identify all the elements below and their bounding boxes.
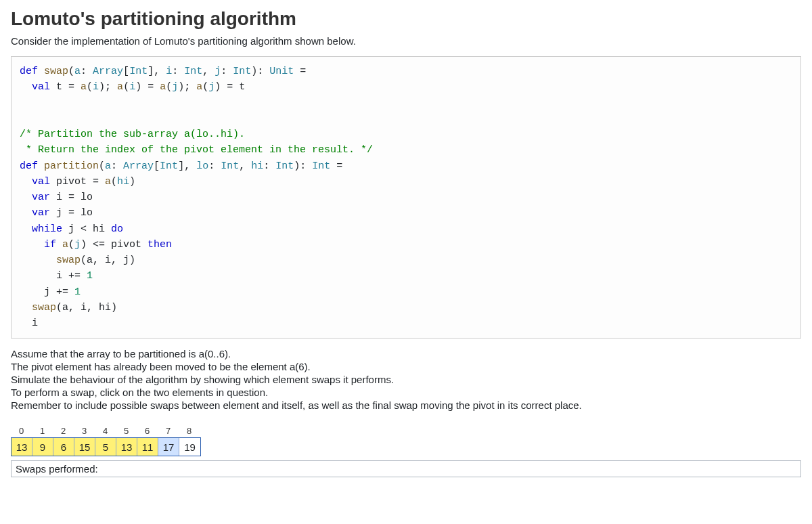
array-cell[interactable]: 11 (137, 438, 158, 456)
instruction-line: Remember to include possible swaps betwe… (11, 399, 801, 411)
swaps-label: Swaps performed: (16, 463, 98, 475)
array-cell[interactable]: 6 (53, 438, 74, 456)
array-index: 0 (11, 426, 32, 437)
array-index: 7 (158, 426, 179, 437)
instructions-block: Assume that the array to be partitioned … (11, 348, 801, 411)
array-cell[interactable]: 15 (74, 438, 95, 456)
instruction-line: Simulate the behaviour of the algorithm … (11, 374, 801, 385)
array-index: 8 (179, 426, 200, 437)
swaps-performed-box: Swaps performed: (11, 460, 801, 477)
array-index: 3 (74, 426, 95, 437)
instruction-line: Assume that the array to be partitioned … (11, 348, 801, 359)
code-block: def swap(a: Array[Int], i: Int, j: Int):… (11, 56, 801, 339)
array-index: 4 (95, 426, 116, 437)
array-cell[interactable]: 5 (95, 438, 116, 456)
array-cell[interactable]: 13 (12, 438, 32, 456)
array-cell[interactable]: 17 (158, 438, 179, 456)
array-index: 2 (53, 426, 74, 437)
array-cell[interactable]: 13 (116, 438, 137, 456)
instruction-line: To perform a swap, click on the two elem… (11, 387, 801, 398)
array-cell[interactable]: 9 (32, 438, 53, 456)
intro-text: Consider the implementation of Lomuto's … (11, 35, 801, 47)
instruction-line: The pivot element has already been moved… (11, 361, 801, 372)
page-title: Lomuto's partitioning algorithm (11, 8, 801, 30)
array-index: 1 (32, 426, 53, 437)
array-index: 5 (116, 426, 137, 437)
array-visualization: 012345678 139615513111719 (11, 426, 801, 456)
array-index: 6 (137, 426, 158, 437)
array-cell[interactable]: 19 (179, 438, 200, 456)
